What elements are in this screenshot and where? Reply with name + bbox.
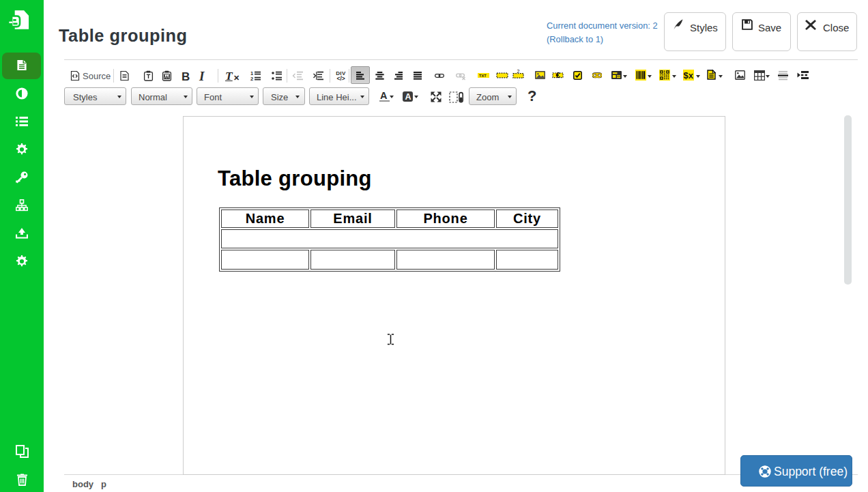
- svg-text:2: 2: [250, 76, 253, 81]
- svg-text:</>: </>: [337, 75, 345, 81]
- svg-text:2: 2: [517, 69, 519, 74]
- svg-text:TXT: TXT: [479, 74, 487, 78]
- svg-text:$x: $x: [684, 70, 694, 81]
- svg-text:€: €: [556, 71, 561, 79]
